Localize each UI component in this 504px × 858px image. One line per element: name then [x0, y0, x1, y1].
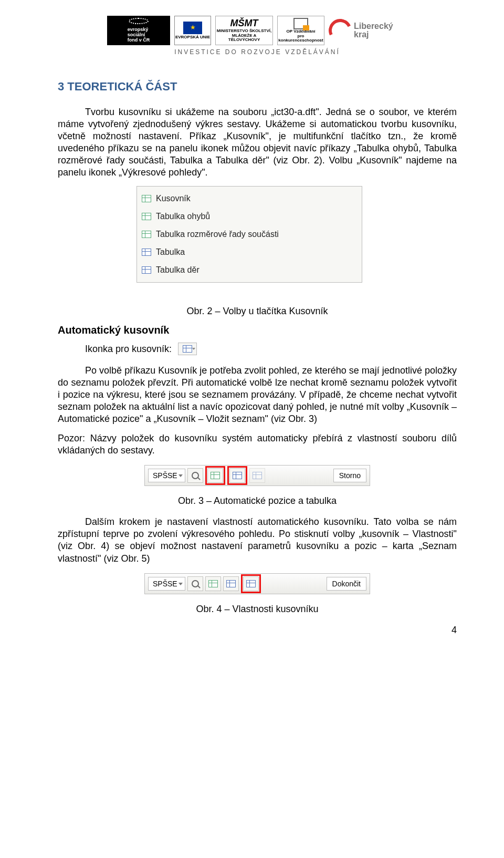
- esf-text: evropský sociální fond v ČR: [128, 27, 150, 43]
- grid-icon: [208, 580, 218, 587]
- table-icon: [137, 249, 156, 256]
- grid-icon: [233, 472, 242, 479]
- toolbar-insert-list-button[interactable]: [229, 468, 245, 483]
- toolbar-finish-label: Dokončit: [332, 580, 361, 588]
- properties-icon: [253, 472, 262, 479]
- eu-flag-icon: ★: [183, 22, 202, 34]
- kraj-label: Liberecký kraj: [354, 22, 393, 39]
- menu-item-tabulka-ohybu[interactable]: Tabulka ohybů: [137, 208, 362, 225]
- toolbar-zoom-button[interactable]: [187, 576, 203, 591]
- parts-list-icon: [137, 195, 156, 202]
- figure-2-menu: Kusovník Tabulka ohybů Tabulka rozměrové…: [136, 186, 362, 283]
- menu-item-tabulka-der[interactable]: Tabulka děr: [137, 261, 362, 279]
- grid-icon: [211, 472, 220, 479]
- header-tagline: INVESTICE DO ROZVOJE VZDĚLÁVÁNÍ: [58, 48, 457, 56]
- highlight-auto-position: [205, 466, 225, 485]
- page-number: 4: [452, 625, 457, 636]
- menu-item-label: Kusovník: [156, 194, 191, 203]
- toolbar-properties-button[interactable]: [243, 576, 259, 591]
- opvk-label: OP Vzdělávání pro konkurenceschopnost: [278, 29, 324, 43]
- bend-table-icon: [137, 213, 156, 220]
- logo-msmt: MŠMT MINISTERSTVO ŠKOLSTVÍ, MLÁDEŽE A TĚ…: [215, 16, 273, 45]
- family-table-icon: [137, 231, 156, 238]
- properties-icon: [246, 580, 256, 587]
- paragraph-2: Po volbě příkazu Kusovník je potřeba zvo…: [58, 365, 457, 425]
- opvk-icon: [293, 18, 308, 29]
- menu-item-kusovnik[interactable]: Kusovník: [137, 190, 362, 208]
- eu-label: EVROPSKÁ UNIE: [175, 35, 210, 40]
- parts-list-toolbar-button[interactable]: [178, 343, 197, 355]
- grid-icon: [226, 580, 236, 587]
- chevron-down-icon: [192, 348, 195, 350]
- menu-item-tabulka-rozmerove-rady[interactable]: Tabulka rozměrové řady součásti: [137, 225, 362, 243]
- menu-item-label: Tabulka rozměrové řady součásti: [156, 230, 279, 239]
- highlight-insert-list: [227, 466, 247, 485]
- sponsor-logos: evropský sociální fond v ČR ★ EVROPSKÁ U…: [58, 16, 457, 45]
- logo-opvk: OP Vzdělávání pro konkurenceschopnost: [277, 16, 324, 45]
- figure-3-caption: Obr. 3 – Automatické pozice a tabulka: [58, 495, 457, 506]
- figure-3-toolbar: SPŠSE Storno: [144, 465, 370, 486]
- parts-list-icon: [183, 345, 192, 353]
- layer-combo-value: SPŠSE: [153, 580, 177, 588]
- toolbar-properties-button: [249, 468, 265, 483]
- kraj-arc-icon: [326, 16, 355, 45]
- ikonka-line: Ikonka pro kusovník:: [85, 343, 457, 355]
- hole-table-icon: [137, 266, 156, 274]
- toolbar-cancel-button[interactable]: Storno: [333, 469, 366, 482]
- menu-item-label: Tabulka: [156, 247, 185, 257]
- logo-eu: ★ EVROPSKÁ UNIE: [174, 16, 211, 45]
- highlight-properties: [241, 574, 261, 593]
- layer-combo-value: SPŠSE: [153, 471, 177, 480]
- toolbar-auto-position-button[interactable]: [205, 576, 221, 591]
- msmt-mark: MŠMT: [230, 18, 258, 29]
- logo-esf: evropský sociální fond v ČR: [107, 16, 170, 45]
- msmt-label: MINISTERSTVO ŠKOLSTVÍ, MLÁDEŽE A TĚLOVÝC…: [216, 29, 272, 43]
- figure-4-toolbar: SPŠSE Dokončit: [144, 573, 370, 594]
- magnifier-icon: [192, 580, 199, 587]
- toolbar-finish-button[interactable]: Dokončit: [327, 577, 366, 591]
- logo-liberecky-kraj: Liberecký kraj: [329, 16, 407, 45]
- ikonka-label: Ikonka pro kusovník:: [85, 344, 172, 355]
- layer-combo[interactable]: SPŠSE: [148, 577, 185, 591]
- esf-stars-icon: [129, 18, 149, 24]
- menu-item-tabulka[interactable]: Tabulka: [137, 243, 362, 261]
- menu-item-label: Tabulka děr: [156, 265, 200, 275]
- toolbar-insert-list-button[interactable]: [223, 576, 239, 591]
- toolbar-cancel-label: Storno: [339, 471, 361, 480]
- layer-combo[interactable]: SPŠSE: [148, 469, 185, 482]
- figure-4-caption: Obr. 4 – Vlastnosti kusovníku: [58, 604, 457, 615]
- figure-2-caption: Obr. 2 – Volby u tlačítka Kusovník: [58, 306, 457, 317]
- section-heading: 3 TEORETICKÁ ČÁST: [58, 80, 457, 94]
- paragraph-1: Tvorbu kusovníku si ukážeme na souboru „…: [58, 106, 457, 179]
- menu-item-label: Tabulka ohybů: [156, 212, 210, 221]
- paragraph-4: Dalším krokem je nastavení vlastností au…: [58, 516, 457, 564]
- toolbar-zoom-button[interactable]: [187, 468, 203, 483]
- subheading-automaticky-kusovnik: Automatický kusovník: [58, 324, 457, 336]
- paragraph-3: Pozor: Názvy položek do kusovníku systém…: [58, 432, 457, 457]
- magnifier-icon: [192, 472, 199, 479]
- toolbar-auto-position-button[interactable]: [207, 468, 223, 483]
